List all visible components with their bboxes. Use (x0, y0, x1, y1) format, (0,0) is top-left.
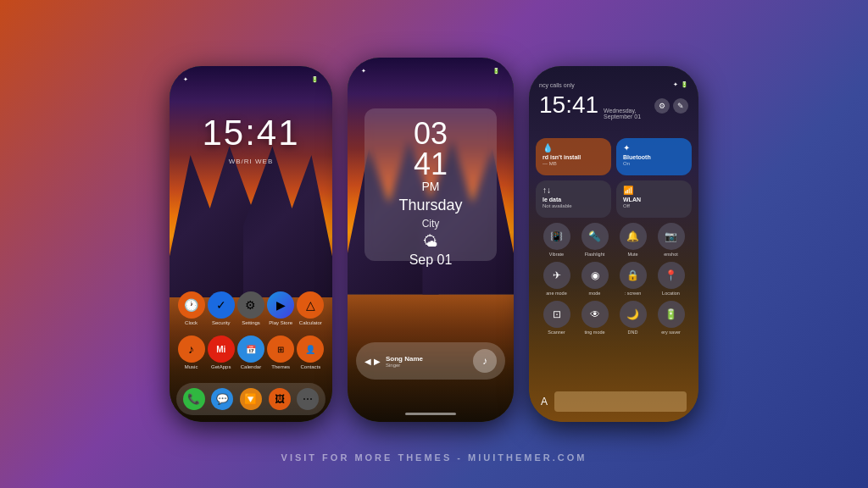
dock-1: 📞 💬 🔽 🖼 ⋯ (176, 383, 326, 415)
control-bt-icon: ✦ (673, 81, 678, 88)
widget-hour: 03 (375, 119, 487, 149)
next-button[interactable]: ▶ (374, 357, 381, 366)
music-info: Song Name Singer (386, 355, 468, 368)
app-clock[interactable]: 🕐 Clock (178, 291, 205, 325)
app-calendar[interactable]: 📅 Calendar (237, 336, 264, 369)
screenshot-icon: 📷 (658, 223, 685, 250)
scanner-icon: ⊡ (543, 301, 570, 328)
flashlight-btn[interactable]: 🔦 Flashlight (581, 223, 609, 257)
location-icon: 📍 (658, 262, 685, 289)
app-settings[interactable]: ⚙ Settings (237, 291, 264, 325)
prev-button[interactable]: ◀ (364, 357, 371, 366)
app-themes[interactable]: ⊞ Themes (267, 336, 294, 369)
location-label: Location (662, 291, 680, 296)
icon-row-2: ✈ ane mode ◉ mode 🔒 : screen 📍 Location (536, 262, 692, 296)
vibrate-label: Vibrate (549, 252, 564, 257)
gallery-dock-icon[interactable]: 🖼 (269, 388, 291, 410)
control-header: ncy calls only ✦ 🔋 15:41 Wednesday, Sept… (529, 81, 698, 119)
lock-time: 15:41 (170, 113, 332, 153)
airplane-label: ane mode (546, 291, 566, 296)
tiles-row-1: 💧 rd isn't install — MB ✦ Bluetooth On (536, 138, 692, 175)
reading-mode-label: ting mode (584, 330, 604, 335)
settings-ctrl-icon[interactable]: ⚙ (654, 98, 670, 114)
tile-mobile-icon: ↑↓ (542, 186, 604, 195)
tile-wlan[interactable]: 📶 WLAN Off (616, 180, 692, 218)
getapps-icon: Mi (208, 336, 235, 363)
flashlight-label: Flashlight (585, 252, 605, 257)
playstore-icon: ▶ (267, 291, 294, 319)
tile-data[interactable]: 💧 rd isn't install — MB (536, 138, 611, 175)
control-status-text: ncy calls only (539, 82, 575, 88)
app-security[interactable]: ✓ Security (208, 291, 235, 325)
lock-screen-icon: 🔒 (620, 262, 647, 289)
calculator-icon: △ (297, 291, 324, 319)
bluetooth-icon-2: ✦ (361, 68, 366, 75)
vibrate-btn[interactable]: 📳 Vibrate (543, 223, 570, 257)
battery-saver-label: ery saver (661, 330, 681, 335)
status-icons-2: 🔋 (492, 68, 500, 75)
battery-saver-btn[interactable]: 🔋 ery saver (658, 301, 685, 335)
battery-icon-1: 🔋 (311, 76, 319, 83)
app-contacts[interactable]: 👤 Contacts (297, 336, 324, 369)
tile-mobile-data[interactable]: ↑↓ le data Not available (536, 180, 611, 218)
widget-min: 41 (375, 149, 487, 180)
edit-ctrl-icon[interactable]: ✎ (673, 98, 688, 114)
calendar-icon: 📅 (237, 336, 264, 363)
lock-screen-btn[interactable]: 🔒 : screen (620, 262, 647, 296)
contacts-icon: 👤 (297, 336, 324, 363)
filter-dock-icon[interactable]: 🔽 (240, 388, 262, 410)
widget-weather: 🌤 (375, 233, 487, 251)
app-getapps[interactable]: Mi GetApps (208, 336, 235, 369)
airplane-btn[interactable]: ✈ ane mode (543, 262, 570, 296)
flashlight-icon: 🔦 (581, 223, 609, 250)
clock-icon: 🕐 (178, 291, 205, 319)
dnd-label: DND (628, 330, 638, 335)
control-time-row: 15:41 Wednesday, September 01 ⚙ ✎ (539, 92, 688, 119)
clock-label: Clock (185, 320, 198, 325)
settings-label: Settings (242, 320, 260, 325)
music-title: Song Name (386, 355, 468, 363)
reading-mode-btn[interactable]: 👁 ting mode (581, 301, 609, 335)
tiles-grid: 💧 rd isn't install — MB ✦ Bluetooth On ↑… (536, 138, 692, 340)
keyboard-row: A (536, 388, 692, 415)
mute-label: Mute (627, 252, 637, 257)
app-calculator[interactable]: △ Calculator (297, 291, 324, 325)
phone-2: ✦ 🔋 03 41 PM Thursday City 🌤 Sep 01 ◀ ▶ (348, 58, 514, 422)
music-player: ◀ ▶ Song Name Singer ♪ (356, 342, 505, 380)
music-note-icon[interactable]: ♪ (473, 349, 497, 373)
widget-ampm: PM (375, 180, 487, 193)
location-btn[interactable]: 📍 Location (658, 262, 685, 296)
phone-dock-icon[interactable]: 📞 (183, 388, 205, 410)
themes-icon: ⊞ (267, 336, 294, 363)
status-bar-1: ✦ 🔋 (170, 73, 332, 86)
tile-bt-icon: ✦ (623, 143, 685, 152)
themes-label: Themes (271, 364, 290, 369)
home-bar (405, 413, 456, 415)
tile-data-title: rd isn't install (542, 154, 604, 160)
dark-mode-btn[interactable]: ◉ mode (581, 262, 609, 296)
dnd-btn[interactable]: 🌙 DND (620, 301, 647, 335)
more-dock-icon[interactable]: ⋯ (297, 388, 319, 410)
app-row-1: 🕐 Clock ✓ Security ⚙ Settings ▶ Play Sto… (176, 291, 326, 325)
settings-icon: ⚙ (237, 291, 264, 319)
widget-date: Sep 01 (348, 252, 514, 268)
phone-3: ncy calls only ✦ 🔋 15:41 Wednesday, Sept… (529, 66, 698, 422)
app-row-2: ♪ Music Mi GetApps 📅 Calendar ⊞ Themes (176, 336, 326, 369)
music-label: Music (185, 364, 198, 369)
tiles-row-2: ↑↓ le data Not available 📶 WLAN Off (536, 180, 692, 218)
tile-bluetooth[interactable]: ✦ Bluetooth On (616, 138, 692, 175)
scanner-btn[interactable]: ⊡ Scanner (543, 301, 570, 335)
control-status-icons: ✦ 🔋 (673, 81, 688, 88)
security-label: Security (212, 320, 231, 325)
widget-clock: 03 41 PM Thursday City 🌤 (364, 108, 497, 261)
keyboard-input[interactable] (554, 391, 687, 412)
control-time-group: 15:41 Wednesday, September 01 (539, 92, 654, 119)
phones-container: ✦ 🔋 15:41 WB/RI WEB 🕐 Clock ✓ Security (0, 0, 868, 488)
screenshot-btn[interactable]: 📷 enshot (658, 223, 685, 257)
app-music[interactable]: ♪ Music (178, 336, 205, 369)
sms-dock-icon[interactable]: 💬 (211, 388, 233, 410)
mute-btn[interactable]: 🔔 Mute (620, 223, 647, 257)
control-bottom: A (536, 388, 692, 415)
app-playstore[interactable]: ▶ Play Store (267, 291, 294, 325)
calculator-label: Calculator (299, 320, 322, 325)
